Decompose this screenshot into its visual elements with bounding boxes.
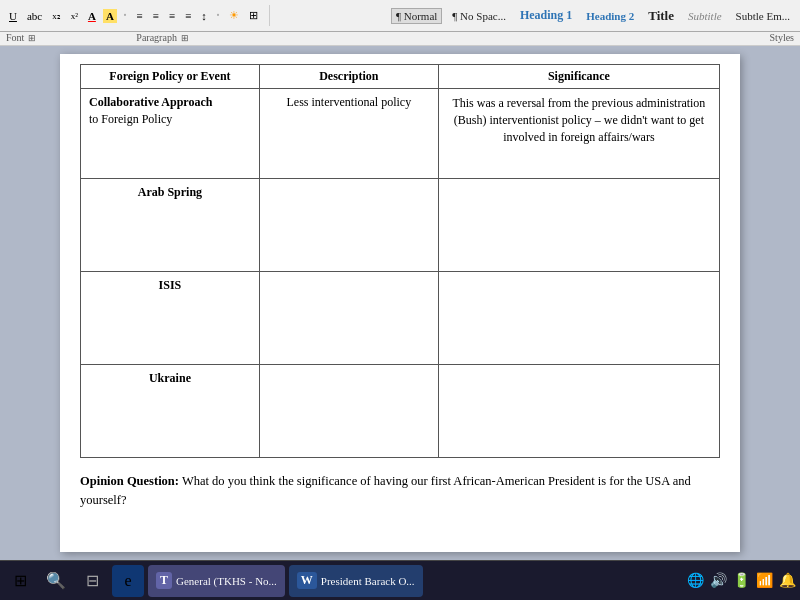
header-significance: Significance [438,65,719,89]
cell-significance-3 [438,272,719,365]
highlight-button[interactable]: A [103,9,117,23]
cell-significance-2 [438,179,719,272]
notifications-icon[interactable]: 🔔 [779,572,796,589]
task-view-button[interactable]: ⊟ [76,565,108,597]
teams-icon: T [156,572,172,589]
significance-text-2 [447,185,711,265]
style-subtitle[interactable]: Subtitle [684,9,726,23]
align-right-button[interactable]: ≡ [166,9,178,23]
word-icon: W [297,572,317,589]
cell-description-3 [259,272,438,365]
taskbar: ⊞ 🔍 ⊟ e T General (TKHS - No... W Presid… [0,560,800,600]
system-tray: 🌐 🔊 🔋 📶 🔔 [687,572,796,589]
windows-start-button[interactable]: ⊞ [4,565,36,597]
style-heading1[interactable]: Heading 1 [516,7,576,24]
cell-description-4 [259,365,438,458]
justify-button[interactable]: ≡ [182,9,194,23]
underline-button[interactable]: U [6,9,20,23]
cell-significance-1: This was a reversal from the previous ad… [438,89,719,179]
toolbar: U abc x₂ x² A A · ≡ ≡ ≡ ≡ ↕ · ☀ ⊞ ¶ Norm… [0,0,800,32]
line-spacing-button[interactable]: ↕ [198,9,210,23]
labels-bar: Font ⊞ Paragraph ⊞ Styles [0,32,800,46]
network-icon[interactable]: 🌐 [687,572,704,589]
header-description: Description [259,65,438,89]
table-row: Arab Spring [81,179,720,272]
cell-description-1: Less interventional policy [259,89,438,179]
header-event: Foreign Policy or Event [81,65,260,89]
description-text-1: Less interventional policy [287,95,412,109]
event-name-bold-2: Arab Spring [89,185,251,200]
document-page: Foreign Policy or Event Description Sign… [60,54,740,552]
style-title[interactable]: Title [644,7,678,25]
word-taskbar-button[interactable]: W President Barack O... [289,565,423,597]
cell-event-4: Ukraine [81,365,260,458]
cell-event-2: Arab Spring [81,179,260,272]
description-text-4 [268,371,430,451]
event-name-bold-4: Ukraine [89,371,251,386]
style-no-spacing[interactable]: ¶ No Spac... [448,9,510,23]
styles-section: ¶ Normal ¶ No Spac... Heading 1 Heading … [391,7,794,25]
style-subtle-em[interactable]: Subtle Em... [732,9,794,23]
align-left-button[interactable]: ≡ [133,9,145,23]
event-name-normal-1: to Foreign Policy [89,112,172,126]
significance-text-1: This was a reversal from the previous ad… [452,96,705,144]
subscript-button[interactable]: x₂ [49,10,64,22]
volume-icon[interactable]: 🔊 [710,572,727,589]
paragraph-expand-icon[interactable]: ⊞ [181,33,189,43]
significance-text-4 [447,371,711,451]
border-button[interactable]: ⊞ [246,8,261,23]
align-center-button[interactable]: ≡ [150,9,162,23]
opinion-label: Opinion Question: [80,474,179,488]
main-table: Foreign Policy or Event Description Sign… [80,64,720,458]
font-expand-icon[interactable]: ⊞ [28,33,36,43]
style-heading2[interactable]: Heading 2 [582,9,638,23]
search-icon[interactable]: 🔍 [40,565,72,597]
cell-significance-4 [438,365,719,458]
description-text-3 [268,278,430,358]
cell-description-2 [259,179,438,272]
teams-label: General (TKHS - No... [176,575,277,587]
style-normal[interactable]: ¶ Normal [391,8,442,24]
table-row: Ukraine [81,365,720,458]
significance-text-3 [447,278,711,358]
font-label: Font ⊞ [6,32,36,43]
superscript-button[interactable]: x² [68,10,81,22]
table-header-row: Foreign Policy or Event Description Sign… [81,65,720,89]
description-text-2 [268,185,430,265]
battery-icon[interactable]: 🔋 [733,572,750,589]
shading-button[interactable]: ☀ [226,8,242,23]
teams-taskbar-button[interactable]: T General (TKHS - No... [148,565,285,597]
cell-event-1: Collaborative Approach to Foreign Policy [81,89,260,179]
font-color-button[interactable]: A [85,9,99,23]
wifi-icon[interactable]: 📶 [756,572,773,589]
opinion-section: Opinion Question: What do you think the … [80,472,720,510]
styles-label: Styles [770,32,794,43]
table-row: ISIS [81,272,720,365]
event-name-bold-3: ISIS [89,278,251,293]
cell-event-3: ISIS [81,272,260,365]
paragraph-label: Paragraph ⊞ [136,32,189,43]
word-label: President Barack O... [321,575,415,587]
document-area: Foreign Policy or Event Description Sign… [0,46,800,560]
strikethrough-button[interactable]: abc [24,9,45,23]
table-row: Collaborative Approach to Foreign Policy… [81,89,720,179]
font-section: U abc x₂ x² A A · ≡ ≡ ≡ ≡ ↕ · ☀ ⊞ [6,5,270,26]
event-name-bold-1: Collaborative Approach [89,95,251,110]
browser-icon[interactable]: e [112,565,144,597]
